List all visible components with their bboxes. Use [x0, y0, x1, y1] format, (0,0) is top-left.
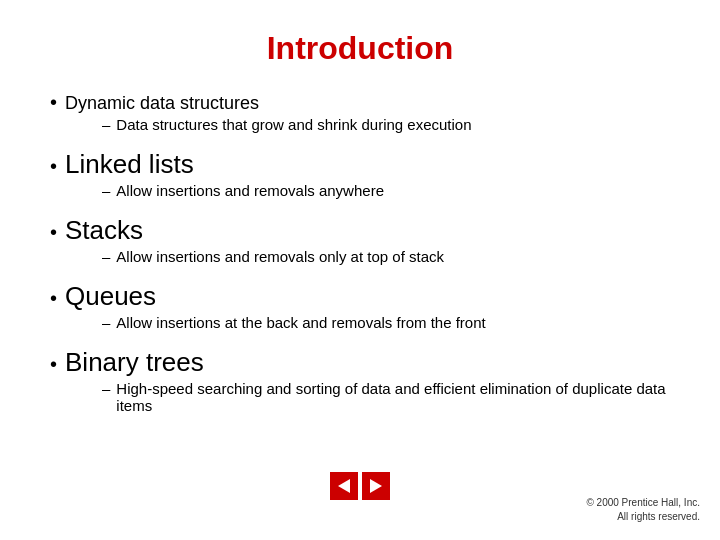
bullet-1-text: Dynamic data structures: [65, 93, 259, 114]
bullet-1: • Dynamic data structures – Data structu…: [50, 85, 670, 137]
content-area: • Dynamic data structures – Data structu…: [50, 85, 670, 464]
bullet-2-sub: – Allow insertions and removals anywhere: [50, 182, 670, 199]
bullet-2-main: • Linked lists: [50, 149, 670, 180]
bullet-3: • Stacks – Allow insertions and removals…: [50, 209, 670, 269]
slide: Introduction • Dynamic data structures –…: [0, 0, 720, 540]
bullet-3-main: • Stacks: [50, 215, 670, 246]
bullet-4-dot: •: [50, 287, 57, 310]
slide-title: Introduction: [50, 30, 670, 67]
bullet-1-dash: –: [102, 116, 110, 133]
bullet-3-subtext: Allow insertions and removals only at to…: [116, 248, 444, 265]
bullet-3-dash: –: [102, 248, 110, 265]
bullet-3-dot: •: [50, 221, 57, 244]
bullet-5: • Binary trees – High-speed searching an…: [50, 341, 670, 418]
bullet-5-dash: –: [102, 380, 110, 397]
next-icon: [370, 479, 382, 493]
bullet-1-subtext: Data structures that grow and shrink dur…: [116, 116, 471, 133]
bullet-5-main: • Binary trees: [50, 347, 670, 378]
bullet-4-dash: –: [102, 314, 110, 331]
copyright-line2: All rights reserved.: [617, 511, 700, 522]
svg-marker-1: [370, 479, 382, 493]
bullet-4-text: Queues: [65, 281, 156, 312]
bullet-4-sub: – Allow insertions at the back and remov…: [50, 314, 670, 331]
prev-button[interactable]: [330, 472, 358, 500]
nav-buttons: [330, 472, 390, 500]
bullet-5-text: Binary trees: [65, 347, 204, 378]
copyright-line1: © 2000 Prentice Hall, Inc.: [586, 497, 700, 508]
bullet-2-dot: •: [50, 155, 57, 178]
bullet-5-subtext: High-speed searching and sorting of data…: [116, 380, 670, 414]
prev-icon: [338, 479, 350, 493]
next-button[interactable]: [362, 472, 390, 500]
bullet-1-dot: •: [50, 91, 57, 114]
bullet-2-subtext: Allow insertions and removals anywhere: [116, 182, 384, 199]
bullet-3-sub: – Allow insertions and removals only at …: [50, 248, 670, 265]
bullet-4-subtext: Allow insertions at the back and removal…: [116, 314, 485, 331]
bullet-1-sub: – Data structures that grow and shrink d…: [50, 116, 670, 133]
bullet-2-dash: –: [102, 182, 110, 199]
bullet-5-sub: – High-speed searching and sorting of da…: [50, 380, 670, 414]
bullet-5-dot: •: [50, 353, 57, 376]
bullet-4-main: • Queues: [50, 281, 670, 312]
bullet-1-main: • Dynamic data structures: [50, 91, 670, 114]
bullet-2: • Linked lists – Allow insertions and re…: [50, 143, 670, 203]
slide-footer: [50, 472, 670, 500]
bullet-3-text: Stacks: [65, 215, 143, 246]
svg-marker-0: [338, 479, 350, 493]
bullet-2-text: Linked lists: [65, 149, 194, 180]
copyright: © 2000 Prentice Hall, Inc. All rights re…: [586, 496, 700, 524]
bullet-4: • Queues – Allow insertions at the back …: [50, 275, 670, 335]
